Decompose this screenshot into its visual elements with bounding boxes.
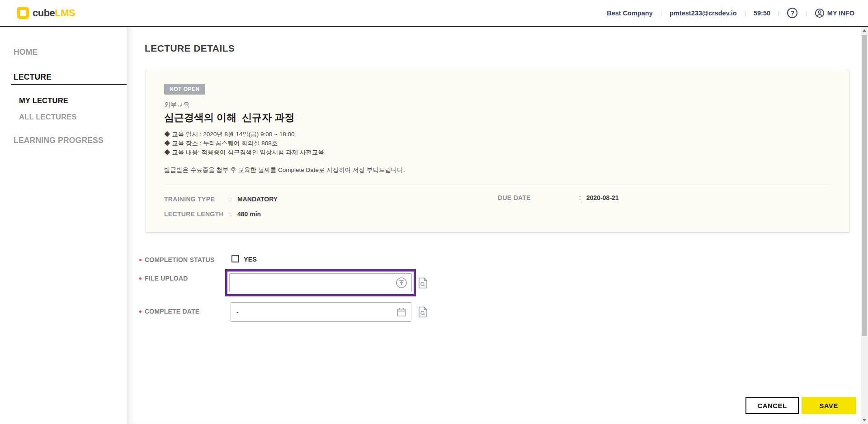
completion-yes-checkbox[interactable] (231, 255, 239, 262)
complete-date-input[interactable]: - (231, 302, 411, 322)
logo-square-icon (17, 7, 29, 19)
company-name: Best Company (607, 10, 653, 17)
file-upload-label: FILE UPLOAD (139, 275, 188, 282)
lecture-details-card: NOT OPEN 외부교육 심근경색의 이해_신규자 과정 ◆ 교육 일시 : … (146, 70, 849, 233)
session-timer: 59:50 (754, 10, 770, 17)
info-row-1: TRAINING TYPE : MANDATORY DUE DATE : 202… (164, 194, 831, 204)
page-title: LECTURE DETAILS (145, 43, 235, 54)
sidebar-item-learning-progress[interactable]: LEARNING PROGRESS (14, 136, 104, 145)
separator: | (805, 10, 807, 16)
due-date-label: DUE DATE (498, 194, 579, 201)
upload-icon[interactable] (396, 277, 407, 289)
lecture-category: 외부교육 (164, 101, 189, 109)
separator: | (778, 10, 779, 16)
complete-date-label-text: COMPLETE DATE (145, 308, 199, 315)
save-button[interactable]: SAVE (802, 397, 856, 414)
detail-line: ◆ 교육 일시 : 2020년 8월 14일(금) 9:00 ~ 18:00 (164, 130, 324, 139)
lecture-length-value: 480 min (237, 210, 261, 218)
card-divider (164, 185, 831, 185)
required-marker (139, 277, 142, 280)
complete-date-value: - (236, 309, 239, 316)
logo-text: cubeLMS (33, 7, 75, 19)
lecture-length-label: LECTURE LENGTH (164, 210, 230, 218)
file-upload-highlight (225, 269, 416, 296)
scroll-up-arrow-icon[interactable] (861, 27, 868, 34)
colon: : (230, 210, 237, 218)
detail-line: ◆ 교육 장소 : 누리꿈스퀘어 회의실 808호 (164, 139, 324, 148)
detail-line: ◆ 교육 내용: 적응증이 심근경색인 임상시험 과제 사전교육 (164, 148, 324, 157)
training-type-value: MANDATORY (237, 195, 278, 203)
due-date-pair: DUE DATE : 2020-08-21 (498, 194, 619, 201)
due-date-value: 2020-08-21 (586, 194, 619, 201)
help-icon[interactable] (787, 8, 797, 18)
person-icon (815, 8, 825, 18)
my-info-button[interactable]: MY INFO (815, 8, 854, 18)
sidebar-active-underline (11, 84, 127, 85)
colon: : (579, 194, 586, 201)
top-header: cubeLMS Best Company | pmtest233@crsdev.… (0, 0, 868, 27)
separator: | (745, 10, 746, 16)
scrollbar-thumb[interactable] (862, 35, 867, 336)
info-row-2: LECTURE LENGTH : 480 min (164, 209, 831, 219)
required-marker (139, 259, 142, 261)
lecture-detail-lines: ◆ 교육 일시 : 2020년 8월 14일(금) 9:00 ~ 18:00 ◆… (164, 130, 324, 157)
vertical-scrollbar[interactable] (861, 27, 868, 424)
cancel-button[interactable]: CANCEL (745, 397, 799, 414)
sidebar: HOME LECTURE MY LECTURE ALL LECTURES LEA… (0, 27, 127, 424)
lecture-note: 발급받은 수료증을 첨부 후 교육한 날짜를 Complete Date로 지정… (164, 166, 405, 174)
file-upload-label-text: FILE UPLOAD (145, 275, 188, 282)
completion-status-label-text: COMPLETION STATUS (145, 256, 215, 263)
lecture-title: 심근경색의 이해_신규자 과정 (164, 111, 294, 124)
lms-screen: cubeLMS Best Company | pmtest233@crsdev.… (0, 0, 868, 424)
sidebar-item-lecture[interactable]: LECTURE (14, 72, 52, 82)
file-preview-icon[interactable] (418, 277, 428, 289)
calendar-icon[interactable] (396, 307, 407, 318)
logo-text-lms: LMS (55, 7, 75, 19)
training-type-label: TRAINING TYPE (164, 195, 230, 203)
completion-status-label: COMPLETION STATUS (139, 256, 215, 263)
file-upload-input[interactable] (229, 273, 412, 292)
user-email: pmtest233@crsdev.io (670, 10, 736, 17)
sidebar-item-home[interactable]: HOME (14, 48, 38, 57)
date-preview-icon[interactable] (418, 306, 428, 318)
header-user-area: Best Company | pmtest233@crsdev.io | 59:… (607, 8, 854, 18)
scroll-down-arrow-icon[interactable] (861, 416, 868, 424)
my-info-label: MY INFO (827, 10, 854, 17)
main-content: LECTURE DETAILS NOT OPEN 외부교육 심근경색의 이해_신… (127, 27, 861, 424)
logo-text-cube: cube (33, 7, 55, 19)
app-logo[interactable]: cubeLMS (17, 7, 75, 19)
completion-yes-label[interactable]: YES (244, 256, 257, 263)
sidebar-item-all-lectures[interactable]: ALL LECTURES (19, 113, 77, 121)
colon: : (230, 195, 237, 203)
separator: | (660, 10, 662, 16)
status-badge: NOT OPEN (164, 84, 205, 95)
complete-date-label: COMPLETE DATE (139, 308, 199, 315)
sidebar-item-my-lecture[interactable]: MY LECTURE (19, 96, 68, 105)
required-marker (139, 310, 142, 313)
